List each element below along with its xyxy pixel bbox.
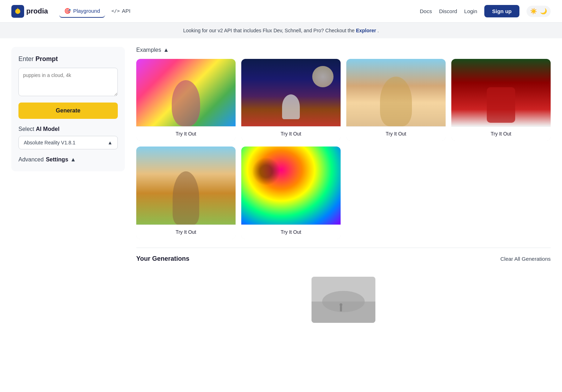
- theme-toggle[interactable]: ☀️ 🌙: [527, 6, 551, 17]
- explorer-link[interactable]: Explorer: [356, 28, 376, 33]
- example-image-6: [241, 147, 341, 225]
- logo-text: prodia: [26, 7, 48, 15]
- svg-point-4: [322, 291, 365, 312]
- header-right: Docs Discord Login Sign up ☀️ 🌙: [420, 5, 551, 17]
- banner-text-after: .: [378, 28, 379, 33]
- try-out-button-1[interactable]: Try It Out: [136, 126, 236, 141]
- example-card-3[interactable]: Try It Out: [346, 59, 446, 141]
- nav-playground-label: Playground: [73, 8, 100, 14]
- nav-api-label: API: [122, 8, 131, 14]
- svg-point-6: [340, 303, 342, 306]
- model-select-dropdown[interactable]: Absolute Reality V1.8.1 ▲: [18, 136, 118, 149]
- main-layout: Enter Prompt Generate Select AI Model Ab…: [0, 38, 562, 388]
- sidebar: Enter Prompt Generate Select AI Model Ab…: [11, 47, 125, 171]
- nav-api[interactable]: </> API: [106, 5, 136, 18]
- discord-link[interactable]: Discord: [439, 8, 457, 14]
- examples-header[interactable]: Examples ▲: [136, 47, 551, 53]
- sun-icon: ☀️: [529, 7, 538, 16]
- example-image-2: [241, 59, 341, 126]
- announcement-banner: Looking for our v2 API that includes Flu…: [0, 23, 562, 38]
- examples-toggle-icon: ▲: [163, 47, 169, 53]
- section-divider: [136, 248, 551, 248]
- try-out-button-2[interactable]: Try It Out: [241, 126, 341, 141]
- example-image-5: [136, 147, 236, 225]
- try-out-button-6[interactable]: Try It Out: [241, 225, 341, 239]
- playground-icon: 🎯: [64, 8, 71, 14]
- try-out-button-5[interactable]: Try It Out: [136, 225, 236, 239]
- examples-row2: Try It Out Try It Out: [136, 147, 551, 239]
- examples-row1: Try It Out Try It Out Try It Out: [136, 59, 551, 141]
- model-section-title: Select AI Model: [18, 126, 118, 132]
- prompt-input[interactable]: [18, 68, 118, 96]
- try-out-button-3[interactable]: Try It Out: [346, 126, 446, 141]
- signup-button[interactable]: Sign up: [484, 5, 519, 17]
- generate-button[interactable]: Generate: [18, 103, 118, 119]
- main-content: Examples ▲ Try It Out Try It Out: [136, 47, 551, 379]
- examples-label: Examples: [136, 47, 161, 53]
- login-link[interactable]: Login: [464, 8, 477, 14]
- generation-preview-area: [136, 270, 551, 330]
- example-card-1[interactable]: Try It Out: [136, 59, 236, 141]
- generations-header: Your Generations Clear All Generations: [136, 255, 551, 263]
- example-card-2[interactable]: Try It Out: [241, 59, 341, 141]
- example-card-6[interactable]: Try It Out: [241, 147, 341, 239]
- example-image-1: [136, 59, 236, 126]
- generations-title: Your Generations: [136, 255, 189, 263]
- main-nav: 🎯 Playground </> API: [59, 5, 411, 18]
- clear-all-button[interactable]: Clear All Generations: [500, 256, 551, 262]
- example-card-5[interactable]: Try It Out: [136, 147, 236, 239]
- moon-icon: 🌙: [539, 7, 548, 16]
- try-out-button-4[interactable]: Try It Out: [451, 126, 551, 141]
- placeholder-card-1: [346, 147, 446, 228]
- docs-link[interactable]: Docs: [420, 8, 432, 14]
- prompt-section-title: Enter Prompt: [18, 55, 118, 63]
- svg-rect-5: [340, 306, 342, 311]
- nav-playground[interactable]: 🎯 Playground: [59, 5, 105, 18]
- chevron-up-icon: ▲: [108, 140, 112, 145]
- svg-point-1: [15, 9, 20, 13]
- header: prodia 🎯 Playground </> API Docs Discord…: [0, 0, 562, 23]
- model-select-value: Absolute Reality V1.8.1: [24, 140, 76, 145]
- chevron-up-icon: ▲: [70, 156, 76, 163]
- example-image-3: [346, 59, 446, 126]
- api-icon: </>: [111, 8, 120, 13]
- example-image-4: [451, 59, 551, 126]
- placeholder-card-2: [451, 147, 551, 228]
- advanced-settings-toggle[interactable]: Advanced Settings ▲: [18, 156, 118, 163]
- example-card-4[interactable]: Try It Out: [451, 59, 551, 141]
- generation-placeholder-image: [312, 277, 375, 323]
- logo[interactable]: prodia: [11, 5, 48, 18]
- banner-text-before: Looking for our v2 API that includes Flu…: [183, 28, 354, 33]
